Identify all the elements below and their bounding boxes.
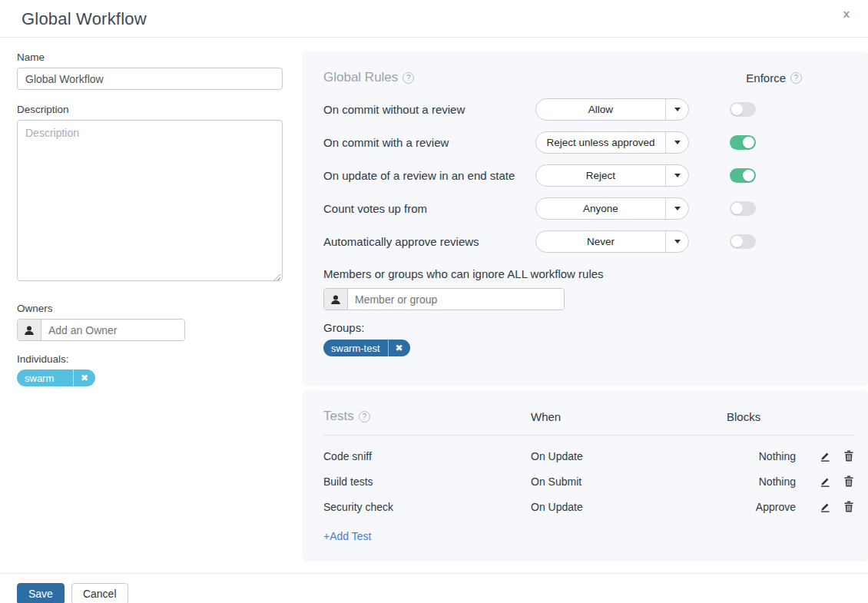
divider <box>323 435 854 436</box>
test-blocks: Nothing <box>727 450 796 462</box>
rule-label: On commit with a review <box>323 136 535 149</box>
group-tag: swarm-test ✖ <box>323 340 410 356</box>
help-icon[interactable]: ? <box>403 72 414 84</box>
tests-panel: Tests ? When Blocks Code sniff On Update… <box>302 390 868 562</box>
description-textarea[interactable] <box>17 120 283 281</box>
ignore-rules-label: Members or groups who can ignore ALL wor… <box>323 267 854 280</box>
rule-row: On commit with a review Reject unless ap… <box>323 126 854 159</box>
trash-icon[interactable] <box>843 501 854 512</box>
remove-tag-icon[interactable]: ✖ <box>74 373 95 383</box>
enforce-toggle[interactable] <box>730 135 756 150</box>
name-label: Name <box>17 51 283 63</box>
test-name: Code sniff <box>323 450 531 462</box>
test-name: Security check <box>323 501 531 513</box>
close-icon[interactable]: x <box>843 8 850 19</box>
rule-select[interactable]: Anyone <box>535 197 689 220</box>
blocks-column-header: Blocks <box>727 410 760 423</box>
edit-icon[interactable] <box>819 501 831 513</box>
test-blocks: Nothing <box>727 475 796 488</box>
help-icon[interactable]: ? <box>359 411 370 422</box>
test-blocks: Approve <box>727 501 796 513</box>
cancel-button[interactable]: Cancel <box>71 583 128 603</box>
tests-heading-text: Tests <box>323 409 354 424</box>
global-rules-heading-text: Global Rules <box>323 70 398 85</box>
rule-select[interactable]: Never <box>535 230 689 253</box>
owners-label: Owners <box>17 303 283 314</box>
individual-tag-label: swarm <box>17 373 73 384</box>
caret-down-icon[interactable] <box>665 231 688 252</box>
page-title: Global Workflow <box>22 9 846 29</box>
test-when: On Submit <box>531 475 727 488</box>
add-owner-input[interactable] <box>41 320 184 340</box>
global-rules-panel: Global Rules ? Enforce ? On commit witho… <box>302 51 868 386</box>
trash-icon[interactable] <box>843 450 854 462</box>
owners-input-group <box>17 319 185 341</box>
caret-down-icon[interactable] <box>665 99 688 120</box>
edit-icon[interactable] <box>819 475 831 488</box>
table-row: Build tests On Submit Nothing <box>323 469 854 494</box>
group-tag-label: swarm-test <box>323 343 388 354</box>
caret-down-icon[interactable] <box>665 132 688 153</box>
rule-select-value: Never <box>536 231 665 252</box>
enforce-toggle[interactable] <box>730 234 756 249</box>
when-column-header: When <box>531 410 727 423</box>
help-icon[interactable]: ? <box>790 72 802 84</box>
member-input-group <box>323 288 565 310</box>
modal-body: Name Description Owners Individuals: swa… <box>0 38 868 562</box>
rule-select[interactable]: Reject unless approved <box>535 131 689 154</box>
individuals-label: Individuals: <box>17 353 283 365</box>
rule-label: On commit without a review <box>323 103 535 116</box>
rule-row: Automatically approve reviews Never <box>323 225 854 258</box>
enforce-toggle[interactable] <box>730 168 756 183</box>
right-column: Global Rules ? Enforce ? On commit witho… <box>302 51 868 562</box>
save-button[interactable]: Save <box>17 583 65 603</box>
global-rules-heading: Global Rules ? <box>323 70 414 85</box>
rule-select-value: Reject unless approved <box>536 132 665 153</box>
description-label: Description <box>17 104 283 115</box>
trash-icon[interactable] <box>843 475 854 487</box>
rule-row: On update of a review in an end state Re… <box>323 159 854 192</box>
modal-footer: Save Cancel <box>0 573 868 603</box>
enforce-toggle[interactable] <box>730 201 756 216</box>
edit-icon[interactable] <box>819 450 831 462</box>
rule-label: On update of a review in an end state <box>323 169 535 182</box>
rule-select-value: Allow <box>536 99 665 120</box>
rule-select[interactable]: Reject <box>535 164 689 187</box>
groups-label: Groups: <box>323 321 854 334</box>
enforce-heading: Enforce ? <box>746 71 802 84</box>
person-icon <box>324 289 348 310</box>
caret-down-icon[interactable] <box>665 165 688 186</box>
table-row: Code sniff On Update Nothing <box>323 443 854 469</box>
table-row: Security check On Update Approve <box>323 494 854 519</box>
rule-select-value: Reject <box>536 165 665 186</box>
left-column: Name Description Owners Individuals: swa… <box>17 51 283 562</box>
add-test-link[interactable]: +Add Test <box>323 530 371 542</box>
test-name: Build tests <box>323 475 531 488</box>
rule-row: Count votes up from Anyone <box>323 192 854 225</box>
modal-header: Global Workflow x <box>0 0 868 38</box>
person-icon <box>18 320 41 340</box>
rule-row: On commit without a review Allow <box>323 93 854 126</box>
tests-heading: Tests ? <box>323 409 531 424</box>
test-when: On Update <box>531 501 727 513</box>
caret-down-icon[interactable] <box>665 198 688 219</box>
member-or-group-input[interactable] <box>348 289 564 310</box>
remove-tag-icon[interactable]: ✖ <box>389 343 410 353</box>
test-when: On Update <box>531 450 727 462</box>
individual-tag: swarm ✖ <box>17 369 95 386</box>
rule-label: Automatically approve reviews <box>323 235 535 248</box>
rule-label: Count votes up from <box>323 202 535 215</box>
rule-select-value: Anyone <box>536 198 665 219</box>
enforce-heading-text: Enforce <box>746 71 786 84</box>
rule-select[interactable]: Allow <box>535 98 689 121</box>
enforce-toggle[interactable] <box>730 102 756 117</box>
name-input[interactable] <box>17 68 283 90</box>
